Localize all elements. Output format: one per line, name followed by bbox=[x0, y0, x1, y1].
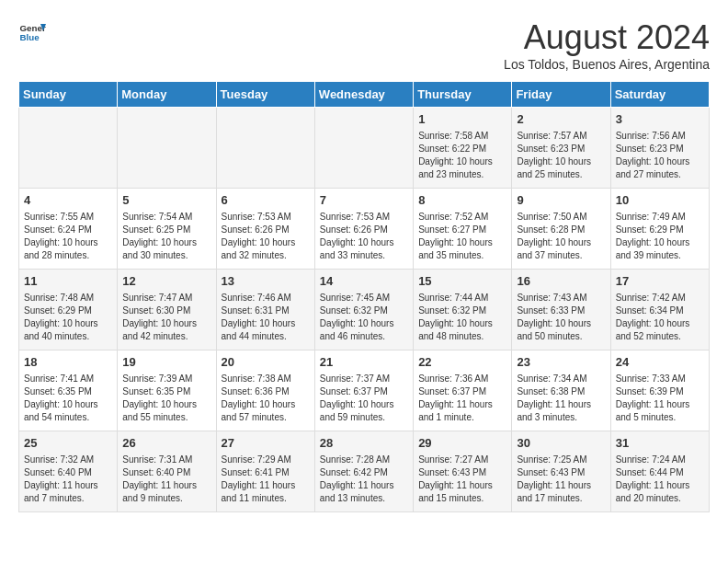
day-number: 23 bbox=[517, 354, 605, 371]
day-info: Sunrise: 7:25 AM Sunset: 6:43 PM Dayligh… bbox=[517, 454, 605, 505]
day-number: 7 bbox=[320, 192, 408, 209]
day-number: 11 bbox=[24, 273, 112, 290]
calendar-cell bbox=[216, 108, 314, 189]
day-number: 22 bbox=[418, 354, 506, 371]
day-number: 5 bbox=[122, 192, 210, 209]
calendar-cell: 4Sunrise: 7:55 AM Sunset: 6:24 PM Daylig… bbox=[19, 189, 118, 270]
header-thursday: Thursday bbox=[414, 82, 512, 108]
day-number: 2 bbox=[517, 111, 605, 128]
day-info: Sunrise: 7:58 AM Sunset: 6:22 PM Dayligh… bbox=[418, 130, 506, 181]
calendar-cell: 24Sunrise: 7:33 AM Sunset: 6:39 PM Dayli… bbox=[610, 350, 709, 431]
calendar-header-row: SundayMondayTuesdayWednesdayThursdayFrid… bbox=[19, 82, 710, 108]
calendar-cell: 14Sunrise: 7:45 AM Sunset: 6:32 PM Dayli… bbox=[314, 270, 413, 350]
calendar-cell: 13Sunrise: 7:46 AM Sunset: 6:31 PM Dayli… bbox=[216, 270, 314, 350]
title-section: August 2024 Los Toldos, Buenos Aires, Ar… bbox=[504, 18, 710, 72]
location-subtitle: Los Toldos, Buenos Aires, Argentina bbox=[504, 57, 710, 72]
header-wednesday: Wednesday bbox=[314, 82, 413, 108]
calendar-cell: 8Sunrise: 7:52 AM Sunset: 6:27 PM Daylig… bbox=[414, 189, 512, 270]
calendar-cell: 29Sunrise: 7:27 AM Sunset: 6:43 PM Dayli… bbox=[414, 431, 512, 512]
day-number: 9 bbox=[517, 192, 605, 209]
day-number: 6 bbox=[222, 192, 310, 209]
calendar-week-row: 18Sunrise: 7:41 AM Sunset: 6:35 PM Dayli… bbox=[19, 350, 710, 431]
calendar-cell: 21Sunrise: 7:37 AM Sunset: 6:37 PM Dayli… bbox=[314, 350, 413, 431]
day-info: Sunrise: 7:36 AM Sunset: 6:37 PM Dayligh… bbox=[418, 373, 506, 424]
calendar-week-row: 25Sunrise: 7:32 AM Sunset: 6:40 PM Dayli… bbox=[19, 431, 710, 512]
day-info: Sunrise: 7:42 AM Sunset: 6:34 PM Dayligh… bbox=[616, 292, 704, 343]
calendar-cell: 20Sunrise: 7:38 AM Sunset: 6:36 PM Dayli… bbox=[216, 350, 314, 431]
calendar-cell: 28Sunrise: 7:28 AM Sunset: 6:42 PM Dayli… bbox=[314, 431, 413, 512]
calendar-cell: 6Sunrise: 7:53 AM Sunset: 6:26 PM Daylig… bbox=[216, 189, 314, 270]
day-number: 20 bbox=[222, 354, 310, 371]
calendar-week-row: 1Sunrise: 7:58 AM Sunset: 6:22 PM Daylig… bbox=[19, 108, 710, 189]
day-number: 17 bbox=[616, 273, 704, 290]
calendar-cell bbox=[19, 108, 118, 189]
calendar-cell: 25Sunrise: 7:32 AM Sunset: 6:40 PM Dayli… bbox=[19, 431, 118, 512]
calendar-cell: 7Sunrise: 7:53 AM Sunset: 6:26 PM Daylig… bbox=[314, 189, 413, 270]
header-sunday: Sunday bbox=[19, 82, 118, 108]
header-friday: Friday bbox=[512, 82, 610, 108]
day-info: Sunrise: 7:53 AM Sunset: 6:26 PM Dayligh… bbox=[222, 211, 310, 262]
day-info: Sunrise: 7:32 AM Sunset: 6:40 PM Dayligh… bbox=[24, 454, 112, 505]
day-info: Sunrise: 7:53 AM Sunset: 6:26 PM Dayligh… bbox=[320, 211, 408, 262]
calendar-cell: 5Sunrise: 7:54 AM Sunset: 6:25 PM Daylig… bbox=[118, 189, 216, 270]
logo-icon: General Blue bbox=[18, 18, 46, 46]
day-info: Sunrise: 7:39 AM Sunset: 6:35 PM Dayligh… bbox=[122, 373, 210, 424]
day-number: 31 bbox=[616, 435, 704, 452]
calendar-table: SundayMondayTuesdayWednesdayThursdayFrid… bbox=[18, 81, 710, 512]
day-number: 1 bbox=[418, 111, 506, 128]
day-info: Sunrise: 7:34 AM Sunset: 6:38 PM Dayligh… bbox=[517, 373, 605, 424]
day-number: 13 bbox=[222, 273, 310, 290]
day-number: 12 bbox=[122, 273, 210, 290]
calendar-cell: 26Sunrise: 7:31 AM Sunset: 6:40 PM Dayli… bbox=[118, 431, 216, 512]
day-info: Sunrise: 7:52 AM Sunset: 6:27 PM Dayligh… bbox=[418, 211, 506, 262]
header-tuesday: Tuesday bbox=[216, 82, 314, 108]
day-number: 15 bbox=[418, 273, 506, 290]
calendar-cell: 30Sunrise: 7:25 AM Sunset: 6:43 PM Dayli… bbox=[512, 431, 610, 512]
calendar-cell: 1Sunrise: 7:58 AM Sunset: 6:22 PM Daylig… bbox=[414, 108, 512, 189]
day-info: Sunrise: 7:57 AM Sunset: 6:23 PM Dayligh… bbox=[517, 130, 605, 181]
day-number: 19 bbox=[122, 354, 210, 371]
page-header: General Blue August 2024 Los Toldos, Bue… bbox=[18, 18, 710, 72]
calendar-cell: 22Sunrise: 7:36 AM Sunset: 6:37 PM Dayli… bbox=[414, 350, 512, 431]
calendar-cell bbox=[118, 108, 216, 189]
day-info: Sunrise: 7:29 AM Sunset: 6:41 PM Dayligh… bbox=[222, 454, 310, 505]
day-info: Sunrise: 7:48 AM Sunset: 6:29 PM Dayligh… bbox=[24, 292, 112, 343]
day-number: 16 bbox=[517, 273, 605, 290]
day-info: Sunrise: 7:28 AM Sunset: 6:42 PM Dayligh… bbox=[320, 454, 408, 505]
day-number: 30 bbox=[517, 435, 605, 452]
calendar-cell bbox=[314, 108, 413, 189]
calendar-cell: 12Sunrise: 7:47 AM Sunset: 6:30 PM Dayli… bbox=[118, 270, 216, 350]
day-number: 18 bbox=[24, 354, 112, 371]
day-info: Sunrise: 7:54 AM Sunset: 6:25 PM Dayligh… bbox=[122, 211, 210, 262]
day-number: 21 bbox=[320, 354, 408, 371]
calendar-cell: 19Sunrise: 7:39 AM Sunset: 6:35 PM Dayli… bbox=[118, 350, 216, 431]
day-info: Sunrise: 7:24 AM Sunset: 6:44 PM Dayligh… bbox=[616, 454, 704, 505]
calendar-week-row: 11Sunrise: 7:48 AM Sunset: 6:29 PM Dayli… bbox=[19, 270, 710, 350]
header-saturday: Saturday bbox=[610, 82, 709, 108]
day-info: Sunrise: 7:37 AM Sunset: 6:37 PM Dayligh… bbox=[320, 373, 408, 424]
day-number: 3 bbox=[616, 111, 704, 128]
day-info: Sunrise: 7:50 AM Sunset: 6:28 PM Dayligh… bbox=[517, 211, 605, 262]
month-year-title: August 2024 bbox=[504, 18, 710, 57]
day-number: 28 bbox=[320, 435, 408, 452]
day-number: 26 bbox=[122, 435, 210, 452]
calendar-cell: 27Sunrise: 7:29 AM Sunset: 6:41 PM Dayli… bbox=[216, 431, 314, 512]
calendar-cell: 23Sunrise: 7:34 AM Sunset: 6:38 PM Dayli… bbox=[512, 350, 610, 431]
logo: General Blue bbox=[18, 18, 46, 46]
day-info: Sunrise: 7:38 AM Sunset: 6:36 PM Dayligh… bbox=[222, 373, 310, 424]
day-info: Sunrise: 7:56 AM Sunset: 6:23 PM Dayligh… bbox=[616, 130, 704, 181]
calendar-cell: 17Sunrise: 7:42 AM Sunset: 6:34 PM Dayli… bbox=[610, 270, 709, 350]
calendar-cell: 9Sunrise: 7:50 AM Sunset: 6:28 PM Daylig… bbox=[512, 189, 610, 270]
day-number: 24 bbox=[616, 354, 704, 371]
day-info: Sunrise: 7:49 AM Sunset: 6:29 PM Dayligh… bbox=[616, 211, 704, 262]
calendar-cell: 10Sunrise: 7:49 AM Sunset: 6:29 PM Dayli… bbox=[610, 189, 709, 270]
day-number: 29 bbox=[418, 435, 506, 452]
day-info: Sunrise: 7:47 AM Sunset: 6:30 PM Dayligh… bbox=[122, 292, 210, 343]
day-info: Sunrise: 7:46 AM Sunset: 6:31 PM Dayligh… bbox=[222, 292, 310, 343]
day-info: Sunrise: 7:27 AM Sunset: 6:43 PM Dayligh… bbox=[418, 454, 506, 505]
day-info: Sunrise: 7:45 AM Sunset: 6:32 PM Dayligh… bbox=[320, 292, 408, 343]
day-info: Sunrise: 7:41 AM Sunset: 6:35 PM Dayligh… bbox=[24, 373, 112, 424]
day-number: 10 bbox=[616, 192, 704, 209]
day-info: Sunrise: 7:33 AM Sunset: 6:39 PM Dayligh… bbox=[616, 373, 704, 424]
day-number: 4 bbox=[24, 192, 112, 209]
